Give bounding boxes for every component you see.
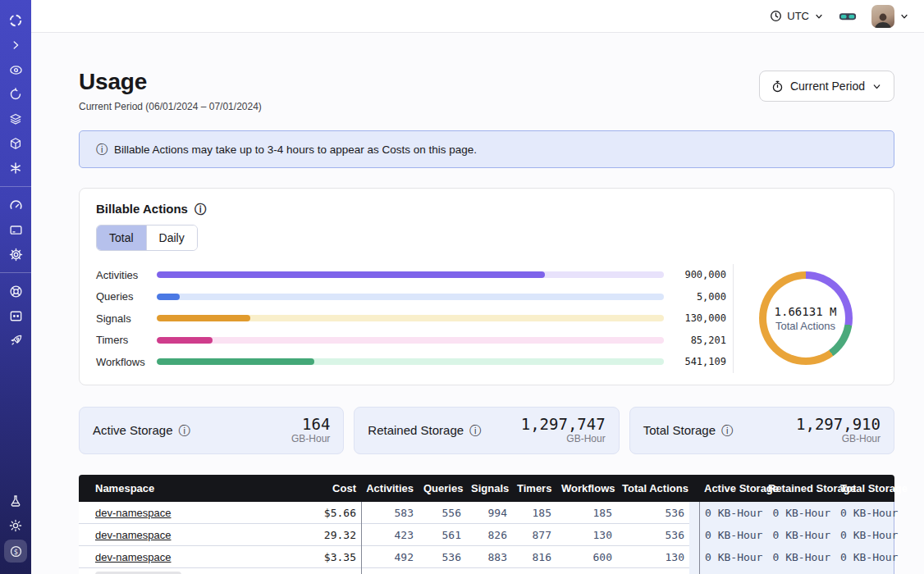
billing-card-icon[interactable] — [3, 219, 28, 240]
cell-cost: $3.35 — [291, 551, 361, 563]
bar-label: Activities — [96, 269, 157, 281]
table-row: dev-namespace 29.32 423 561 826 877 130 … — [79, 524, 894, 546]
cell-queries: 561 — [419, 529, 466, 541]
settings-gear-icon[interactable] — [3, 244, 28, 265]
cell-timers: 185 — [512, 507, 556, 519]
cell-total-storage: 0 KB-Hour — [835, 546, 894, 568]
page-subtitle: Current Period (06/01/2024 – 07/01/2024) — [79, 101, 262, 112]
feedback-screen-icon[interactable] — [3, 305, 28, 326]
retained-storage-card: Retained Storage ⓘ 1,297,747 GB-Hour — [354, 407, 619, 454]
svg-text:$: $ — [13, 547, 17, 555]
cell-timers: 816 — [512, 551, 556, 563]
topbar: UTC — [31, 0, 924, 33]
info-icon[interactable]: ⓘ — [179, 425, 190, 436]
period-button-label: Current Period — [790, 80, 865, 93]
bar-fill — [157, 315, 250, 321]
cell-signals: 826 — [466, 529, 512, 541]
namespace-usage-table: Namespace Cost Activities Queries Signal… — [79, 475, 894, 574]
period-dropdown-button[interactable]: Current Period — [759, 71, 894, 102]
sidebar-divider — [0, 186, 31, 187]
bar-track — [157, 294, 664, 300]
bar-row-timers: Timers 85,201 — [96, 330, 726, 352]
col-header-retained-storage: Retained Storage — [763, 482, 835, 494]
usage-dollar-icon[interactable]: $ — [4, 540, 27, 563]
bar-track — [157, 337, 664, 344]
namespace-link[interactable]: dev-namespace — [95, 551, 172, 563]
history-clock-icon[interactable] — [3, 84, 28, 105]
cell-workflows: 130 — [556, 529, 617, 541]
cell-workflows: 600 — [556, 551, 617, 563]
table-row: dev-namespace $3.35 492 536 883 816 600 … — [79, 546, 894, 568]
bar-track — [157, 271, 664, 278]
storage-card-unit: GB-Hour — [521, 433, 606, 444]
sidebar: $ — [0, 0, 31, 574]
storage-card-label: Active Storage — [93, 423, 173, 437]
bar-row-queries: Queries 5,000 — [96, 286, 726, 308]
lab-flask-icon[interactable] — [3, 490, 28, 512]
cube-icon[interactable] — [3, 133, 28, 154]
bar-row-activities: Activities 900,000 — [96, 264, 726, 286]
rocket-icon[interactable] — [3, 330, 28, 351]
app-window: $ UTC Usage — [0, 0, 924, 574]
col-header-namespace: Namespace — [79, 482, 291, 494]
cell-activities: 583 — [361, 502, 419, 524]
col-header-total-actions: Total Actions — [617, 482, 689, 494]
storage-card-value: 1,297,747 — [521, 416, 606, 433]
bar-label: Workflows — [96, 356, 157, 368]
avatar[interactable] — [871, 5, 894, 28]
bar-track — [157, 358, 664, 365]
col-header-active-storage: Active Storage — [699, 482, 763, 494]
donut-chart-area: 1.66131 M Total Actions — [733, 264, 877, 373]
namespaces-eye-icon[interactable] — [3, 59, 28, 80]
total-actions-value: 1.66131 M — [775, 305, 837, 318]
info-icon[interactable]: ⓘ — [469, 425, 481, 436]
col-header-total-storage: Total Storage — [835, 482, 894, 494]
temporal-logo-icon[interactable] — [3, 10, 28, 31]
storage-card-unit: GB-Hour — [796, 433, 881, 444]
timezone-dropdown[interactable]: UTC — [770, 10, 824, 22]
cell-active-storage: 0 KB-Hour — [699, 502, 763, 524]
active-storage-card: Active Storage ⓘ 164 GB-Hour — [79, 407, 344, 454]
info-icon[interactable]: ⓘ — [721, 425, 733, 436]
cell-retained-storage: 0 KB-Hour — [763, 524, 835, 546]
storage-card-value: 1,297,910 — [796, 416, 881, 433]
table-row-partial: dev-namespace — [79, 568, 894, 574]
bar-value: 130,000 — [664, 312, 726, 324]
total-daily-toggle: Total Daily — [96, 225, 198, 251]
cell-retained-storage: 0 KB-Hour — [763, 546, 835, 568]
cell-total-actions: 536 — [617, 507, 689, 519]
col-header-timers: Timers — [512, 482, 556, 494]
cell-queries: 556 — [419, 507, 466, 519]
bar-fill — [157, 294, 180, 300]
cell-signals: 883 — [466, 551, 512, 563]
bar-fill — [157, 337, 213, 344]
table-row: dev-namespace $5.66 583 556 994 185 185 … — [79, 502, 894, 524]
cell-workflows: 185 — [556, 507, 617, 519]
namespace-link[interactable]: dev-namespace — [95, 572, 181, 574]
usage-gauge-icon[interactable] — [3, 194, 28, 216]
bar-fill — [157, 271, 545, 278]
tab-total[interactable]: Total — [97, 226, 147, 250]
tab-daily[interactable]: Daily — [147, 226, 197, 250]
goggles-icon[interactable] — [839, 10, 857, 23]
storage-card-label: Retained Storage — [368, 423, 464, 437]
namespace-link[interactable]: dev-namespace — [95, 507, 172, 519]
account-menu[interactable] — [871, 5, 909, 28]
main-content: Usage Current Period (06/01/2024 – 07/01… — [31, 33, 924, 574]
info-banner: ⓘ Billable Actions may take up to 3-4 ho… — [79, 130, 894, 168]
col-header-workflows: Workflows — [556, 482, 617, 494]
cell-total-actions: 536 — [617, 529, 689, 541]
bar-value: 85,201 — [664, 335, 726, 346]
support-lifebuoy-icon[interactable] — [3, 280, 28, 302]
layers-icon[interactable] — [3, 108, 28, 130]
chevron-down-icon — [899, 11, 909, 21]
info-icon[interactable]: ⓘ — [194, 203, 206, 215]
namespace-link[interactable]: dev-namespace — [95, 529, 172, 541]
donut-center: 1.66131 M Total Actions — [766, 279, 845, 358]
nexus-asterisk-icon[interactable] — [3, 157, 28, 179]
stopwatch-icon — [771, 80, 784, 93]
bar-chart: Activities 900,000 Queries 5,000 Signals — [96, 264, 733, 373]
sidebar-collapse-icon[interactable] — [3, 34, 28, 56]
theme-sun-icon[interactable] — [3, 515, 28, 536]
chevron-down-icon — [814, 11, 824, 21]
